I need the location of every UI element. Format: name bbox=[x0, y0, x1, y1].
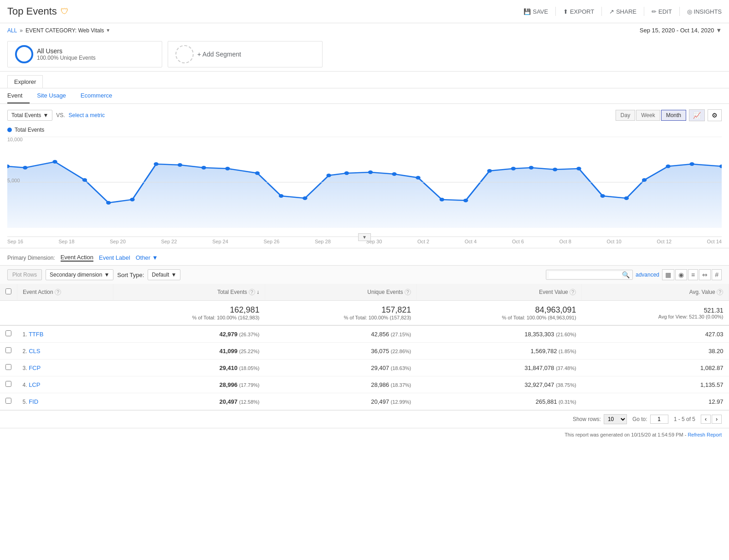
event-action-link[interactable]: FID bbox=[29, 398, 38, 405]
svg-point-24 bbox=[576, 167, 581, 170]
event-action-link[interactable]: FCP bbox=[29, 365, 41, 371]
svg-point-17 bbox=[416, 176, 420, 180]
row-checkbox-cell[interactable] bbox=[0, 393, 17, 410]
help-icon[interactable]: ? bbox=[55, 289, 61, 295]
x-label: Oct 2 bbox=[417, 239, 429, 244]
row-checkbox[interactable] bbox=[5, 347, 11, 353]
event-value-row-pct: (0.31%) bbox=[559, 399, 576, 405]
separator bbox=[644, 7, 644, 16]
help-icon[interactable]: ? bbox=[570, 289, 576, 295]
select-all-checkbox[interactable] bbox=[5, 288, 11, 294]
select-all-checkbox-cell[interactable] bbox=[0, 284, 17, 301]
row-checkbox-cell[interactable] bbox=[0, 343, 17, 360]
row-num: 4. bbox=[23, 382, 27, 388]
row-checkbox-cell[interactable] bbox=[0, 325, 17, 343]
pivot-view-button[interactable]: # bbox=[712, 269, 722, 280]
goto-input[interactable] bbox=[650, 415, 668, 424]
unique-events-row-pct: (18.37%) bbox=[391, 382, 411, 388]
segment-all-users[interactable]: All Users 100.00% Unique Events bbox=[7, 41, 162, 67]
svg-point-4 bbox=[106, 201, 111, 205]
row-checkbox-cell[interactable] bbox=[0, 376, 17, 393]
table-view-button[interactable]: ▦ bbox=[662, 269, 674, 280]
month-button[interactable]: Month bbox=[661, 110, 686, 121]
save-button[interactable]: 💾 SAVE bbox=[524, 8, 548, 15]
plot-rows-button[interactable]: Plot Rows bbox=[7, 269, 42, 280]
export-button[interactable]: ⬆ EXPORT bbox=[563, 8, 594, 15]
total-event-value-pct: % of Total: 100.00% (84,963,091) bbox=[422, 315, 576, 320]
select-metric-link[interactable]: Select a metric bbox=[69, 112, 105, 118]
row-avg-value: 38.20 bbox=[582, 343, 729, 360]
chart-container: Total Events 10,000 5,000 bbox=[0, 127, 729, 244]
search-input[interactable] bbox=[549, 272, 622, 278]
svg-point-1 bbox=[23, 166, 27, 170]
insights-button[interactable]: ◎ INSIGHTS bbox=[687, 8, 722, 15]
tab-site-usage[interactable]: Site Usage bbox=[37, 88, 73, 103]
row-checkbox[interactable] bbox=[5, 364, 11, 370]
edit-button[interactable]: ✏ EDIT bbox=[652, 8, 672, 15]
date-range-picker[interactable]: Sep 15, 2020 - Oct 14, 2020 ▼ bbox=[640, 27, 722, 34]
help-icon[interactable]: ? bbox=[249, 289, 255, 295]
add-segment-button[interactable]: + Add Segment bbox=[168, 41, 323, 67]
day-button[interactable]: Day bbox=[616, 110, 635, 121]
event-action-link[interactable]: LCP bbox=[29, 381, 40, 388]
pie-view-button[interactable]: ◉ bbox=[675, 269, 687, 280]
x-label: Oct 10 bbox=[607, 239, 621, 244]
line-chart-button[interactable]: 📈 bbox=[689, 109, 705, 121]
row-checkbox-cell[interactable] bbox=[0, 360, 17, 376]
all-link[interactable]: ALL bbox=[7, 27, 17, 34]
prev-page-button[interactable]: ‹ bbox=[701, 415, 711, 424]
dim-other-dropdown[interactable]: Other ▼ bbox=[136, 254, 158, 261]
list-view-button[interactable]: ≡ bbox=[688, 269, 698, 280]
title-text: Top Events bbox=[7, 5, 57, 17]
row-checkbox[interactable] bbox=[5, 381, 11, 387]
compare-view-button[interactable]: ⇔ bbox=[699, 269, 711, 280]
row-event-action: 5. FID bbox=[17, 393, 113, 410]
svg-point-7 bbox=[178, 163, 182, 167]
row-checkbox[interactable] bbox=[5, 330, 11, 336]
week-button[interactable]: Week bbox=[636, 110, 660, 121]
x-label: Oct 12 bbox=[657, 239, 672, 244]
pie-chart-button[interactable]: ⚙ bbox=[708, 109, 722, 121]
breadcrumb: ALL » EVENT CATEGORY: Web Vitals ▼ Sep 1… bbox=[0, 23, 729, 37]
row-checkbox[interactable] bbox=[5, 398, 11, 404]
help-icon[interactable]: ? bbox=[405, 289, 411, 295]
row-event-value: 32,927,047 (38.75%) bbox=[416, 376, 581, 393]
row-total-events: 42,979 (26.37%) bbox=[113, 325, 265, 343]
refresh-link[interactable]: Refresh Report bbox=[688, 432, 722, 437]
dim-event-label[interactable]: Event Label bbox=[99, 254, 130, 261]
chevron-down-icon: ▼ bbox=[43, 112, 48, 118]
unique-events-val: 28,986 bbox=[371, 381, 389, 388]
search-icon[interactable]: 🔍 bbox=[622, 271, 630, 278]
page-title: Top Events 🛡 bbox=[7, 5, 69, 17]
col-unique-events: Unique Events ? bbox=[265, 284, 416, 301]
tab-event[interactable]: Event bbox=[7, 88, 30, 103]
advanced-link[interactable]: advanced bbox=[636, 272, 659, 278]
row-event-action: 4. LCP bbox=[17, 376, 113, 393]
separator bbox=[679, 7, 680, 16]
table-header-row: Event Action ? Total Events ? ↓ Unique E… bbox=[0, 284, 729, 301]
search-box[interactable]: 🔍 bbox=[546, 270, 633, 280]
share-button[interactable]: ↗ SHARE bbox=[609, 8, 637, 15]
event-category-dropdown[interactable]: EVENT CATEGORY: Web Vitals ▼ bbox=[26, 27, 110, 34]
row-avg-value: 1,082.87 bbox=[582, 360, 729, 376]
row-avg-value: 12.97 bbox=[582, 393, 729, 410]
event-action-link[interactable]: TTFB bbox=[29, 331, 44, 338]
tab-ecommerce[interactable]: Ecommerce bbox=[81, 88, 119, 103]
explorer-tab[interactable]: Explorer bbox=[7, 75, 43, 88]
sort-type-dropdown[interactable]: Default ▼ bbox=[148, 269, 180, 280]
help-icon[interactable]: ? bbox=[717, 289, 723, 295]
show-rows-select[interactable]: 10 25 50 100 bbox=[604, 414, 627, 424]
chart-scroll-button[interactable]: ▼ bbox=[358, 233, 371, 241]
save-icon: 💾 bbox=[524, 8, 531, 15]
row-unique-events: 42,856 (27.15%) bbox=[265, 325, 416, 343]
unique-events-row-pct: (22.86%) bbox=[391, 349, 411, 354]
dim-event-action[interactable]: Event Action bbox=[61, 254, 93, 262]
event-action-link[interactable]: CLS bbox=[29, 348, 40, 354]
next-page-button[interactable]: › bbox=[712, 415, 722, 424]
secondary-dimension-dropdown[interactable]: Secondary dimension ▼ bbox=[46, 269, 113, 280]
total-events-row-pct: (17.79%) bbox=[239, 382, 260, 388]
share-icon: ↗ bbox=[609, 8, 614, 15]
row-event-action: 1. TTFB bbox=[17, 325, 113, 343]
chart-controls-left: Total Events ▼ VS. Select a metric bbox=[7, 110, 105, 121]
metric-dropdown[interactable]: Total Events ▼ bbox=[7, 110, 52, 121]
